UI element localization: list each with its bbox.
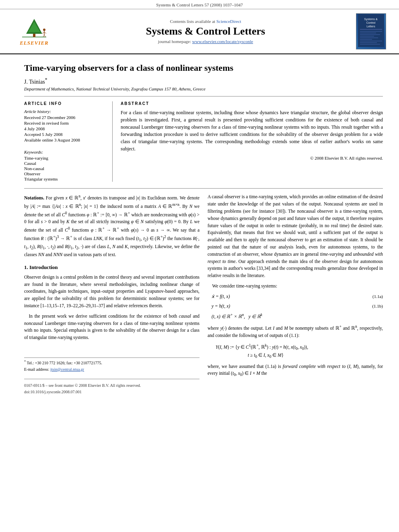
consider-text: We consider time-varying systems: [208, 283, 383, 290]
homepage-link[interactable]: www.elsevier.com/locate/sysconle [192, 39, 253, 44]
keyword-4: Observer [24, 171, 106, 176]
right-para-3: where, we have assumed that (1.1a) is fo… [208, 363, 383, 378]
footnote-tel-text: Tel.: +30 210 772 1626; fax: +30 2107721… [27, 361, 103, 365]
cover-text: Systems & Control Letters [358, 14, 384, 48]
paper-footer: 0167-6911/$ – see front matter © 2008 El… [24, 379, 200, 395]
author-affiliation: Department of Mathematics, National Tech… [24, 86, 383, 91]
elsevier-wordmark: ELSEVIER [20, 40, 49, 46]
svg-text:Control: Control [366, 21, 375, 24]
copyright-text: © 2008 Elsevier B.V. All rights reserved… [121, 156, 383, 160]
keywords-list: Time-varying Causal Non-causal Observer … [24, 156, 106, 181]
article-history-label: Article history: [24, 109, 106, 114]
accepted-date: Accepted 5 July 2008 [24, 132, 106, 137]
journal-title-center: Contents lists available at ScienceDirec… [60, 19, 351, 44]
svg-rect-22 [360, 42, 377, 43]
body-columns: Notations. For given x ∈ ℝn, x′ denotes … [24, 193, 383, 395]
right-body-text-2: where y(·) denotes the output. Let I and… [208, 324, 383, 339]
abstract-text: For a class of time-varying nonlinear sy… [121, 109, 383, 152]
contents-label: Contents lists available at [170, 19, 215, 24]
abstract-label: ABSTRACT [121, 101, 383, 106]
svg-rect-21 [360, 41, 382, 41]
journal-cover-image: Systems & Control Letters [356, 13, 386, 49]
author-name: J. Tsinias* [24, 77, 383, 85]
footnote-section: * Tel.: +30 210 772 1626; fax: +30 21077… [24, 357, 200, 395]
footnote-marker: * [24, 360, 26, 364]
paper-content: Time-varying observers for a class of no… [0, 54, 399, 403]
issn-text: 0167-6911/$ – see front matter © 2008 El… [24, 382, 200, 389]
journal-reference: Systems & Control Letters 57 (2008) 1037… [0, 0, 399, 9]
elsevier-tree-icon [18, 17, 50, 39]
svg-rect-16 [360, 33, 376, 33]
info-abstract-section: ARTICLE INFO Article history: Received 2… [24, 96, 383, 182]
intro-para-2: In the present work we derive sufficient… [24, 313, 200, 341]
elsevier-logo-section: ELSEVIER [8, 17, 60, 46]
notations-section: Notations. For given x ∈ ℝn, x′ denotes … [24, 193, 200, 258]
body-right-column: A causal observer is a time-varying syst… [208, 193, 383, 395]
intro-heading-text: 1. Introduction [24, 264, 58, 270]
equation-1b: y = h(t, x) (1.1b) [208, 303, 383, 310]
received-date-2: 4 July 2008 [24, 126, 106, 131]
doi-text: doi:10.1016/j.sysconle.2008.07.001 [24, 389, 200, 395]
sciencedirect-link[interactable]: ScienceDirect [216, 19, 241, 24]
keyword-5: Triangular systems [24, 177, 106, 181]
cover-graphic: Systems & Control Letters [358, 14, 384, 47]
Y-def-line1: Y(I, M) := {y ∈ C1(ℝ+, ℝk) : y(t) = h(t,… [216, 343, 383, 352]
right-body-text-3: where, we have assumed that (1.1a) is fo… [208, 363, 383, 378]
svg-rect-20 [360, 39, 372, 40]
keyword-1: Time-varying [24, 156, 106, 160]
article-info-label: ARTICLE INFO [24, 101, 106, 106]
svg-rect-19 [360, 37, 378, 38]
keyword-2: Causal [24, 161, 106, 166]
journal-homepage: journal homepage: www.elsevier.com/locat… [60, 39, 351, 44]
eq1a-number: (1.1a) [359, 293, 383, 300]
intro-text: Observer design is a central problem in … [24, 274, 200, 341]
svg-rect-17 [360, 34, 380, 35]
sciencedirect-text: Contents lists available at ScienceDirec… [60, 19, 351, 24]
email-label: E-mail address: [24, 367, 49, 372]
notations-heading-inline: Notations. [24, 195, 44, 200]
paper-title: Time-varying observers for a class of no… [24, 62, 383, 74]
svg-rect-18 [360, 36, 374, 37]
body-divider [24, 188, 383, 189]
received-date-1: Received 27 December 2006 [24, 115, 106, 120]
Y-definition-block: Y(I, M) := {y ∈ C1(ℝ+, ℝk) : y(t) = h(t,… [216, 343, 383, 360]
intro-heading: 1. Introduction [24, 263, 200, 271]
svg-rect-15 [360, 31, 382, 32]
journal-header: ELSEVIER Contents lists available at Sci… [0, 9, 399, 54]
article-info-col: ARTICLE INFO Article history: Received 2… [24, 101, 113, 182]
right-intro-text: A causal observer is a time-varying syst… [208, 193, 383, 290]
email-link[interactable]: jtsin@central.ntua.gr [50, 367, 84, 372]
notations-para: Notations. For given x ∈ ℝn, x′ denotes … [24, 193, 200, 258]
received-revised-label: Received in revised form [24, 121, 106, 125]
abstract-col: ABSTRACT For a class of time-varying non… [121, 101, 383, 182]
available-date: Available online 3 August 2008 [24, 138, 106, 142]
footnote-content: * Tel.: +30 210 772 1626; fax: +30 21077… [24, 357, 200, 372]
svg-text:Systems &: Systems & [364, 18, 378, 21]
intro-para-1: Observer design is a central problem in … [24, 274, 200, 310]
body-left-column: Notations. For given x ∈ ℝn, x′ denotes … [24, 193, 200, 395]
keywords-label: Keywords: [24, 150, 106, 154]
right-para-1: A causal observer is a time-varying syst… [208, 193, 383, 279]
keyword-3: Non-causal [24, 166, 106, 171]
journal-ref-text: Systems & Control Letters 57 (2008) 1037… [156, 2, 243, 7]
elsevier-logo: ELSEVIER [18, 17, 50, 46]
author-footnote-marker: * [45, 77, 47, 82]
svg-point-4 [43, 29, 45, 31]
eq1a-text: ẋ = f(t, x) [212, 293, 359, 300]
equation-1a: ẋ = f(t, x) (1.1a) [208, 293, 383, 300]
right-para-2: where y(·) denotes the output. Let I and… [208, 324, 383, 339]
svg-text:Letters: Letters [366, 25, 375, 28]
footnote-tel: * Tel.: +30 210 772 1626; fax: +30 21077… [24, 359, 200, 366]
Y-def-line2: t ≥ t0 ∈ I, x0 ∈ M} [216, 352, 383, 360]
eq1-domain: (t, x) ∈ ℝ+ × ℝn, y ∈ ℝk [212, 312, 383, 320]
eq1b-number: (1.1b) [359, 303, 383, 310]
svg-rect-23 [360, 44, 380, 45]
journal-title: Systems & Control Letters [60, 25, 351, 37]
footnote-email: E-mail address: jtsin@central.ntua.gr [24, 366, 200, 373]
author-text: J. Tsinias [24, 78, 45, 84]
eq1b-text: y = h(t, x) [212, 303, 359, 310]
journal-cover-section: Systems & Control Letters [351, 13, 391, 49]
homepage-label: journal homepage: [158, 39, 191, 44]
